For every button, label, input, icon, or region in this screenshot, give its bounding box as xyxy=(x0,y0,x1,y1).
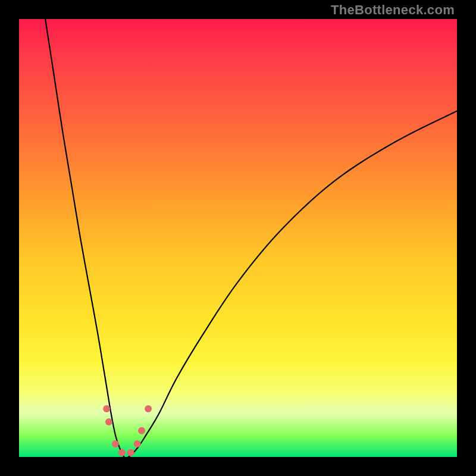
curve-marker xyxy=(138,427,145,434)
frame-border: TheBottleneck.com xyxy=(0,0,476,476)
curve-marker xyxy=(145,405,152,412)
curve-layer xyxy=(45,19,457,458)
curve-marker xyxy=(105,418,112,425)
curve-marker xyxy=(112,440,119,447)
curve-marker xyxy=(134,440,141,447)
chart-svg xyxy=(19,19,457,457)
bottleneck-curve xyxy=(45,19,457,458)
curve-marker xyxy=(103,405,110,412)
curve-marker xyxy=(127,449,134,456)
watermark-text: TheBottleneck.com xyxy=(331,2,455,18)
curve-marker xyxy=(118,449,126,456)
